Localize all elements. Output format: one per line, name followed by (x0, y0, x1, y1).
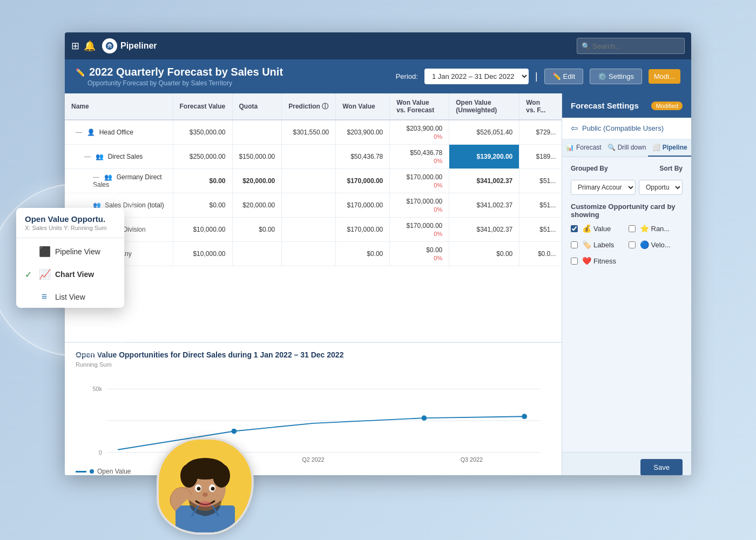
search-bar[interactable]: 🔍 (577, 38, 685, 54)
cell-open-unweighted: $526,051.40 (449, 120, 519, 145)
table-header-row: Name Forecast Value Quota Prediction ⓘ W… (65, 93, 562, 120)
sidebar-tab-drilldown[interactable]: 🔍 Drill down (605, 139, 649, 157)
expand-icon[interactable]: — (84, 153, 91, 160)
svg-text:50k: 50k (93, 386, 103, 392)
legend-dot (90, 469, 94, 474)
cell-forecast: $10,000.00 (173, 218, 232, 242)
chart-svg: 50k 0 Q2 2022 Q3 2022 (76, 377, 551, 464)
expand-icon[interactable]: — (93, 173, 99, 181)
data-table: Name Forecast Value Quota Prediction ⓘ W… (65, 93, 562, 266)
checkbox-rank: ⭐ Ran... (629, 224, 683, 233)
forecast-tab-icon: 📊 (566, 144, 574, 151)
sidebar-tabs: 📊 Forecast 🔍 Drill down ⬜ Pipeline (562, 139, 691, 157)
cell-open-unweighted: $0.00 (449, 242, 519, 266)
right-sidebar: Forecast Settings Modified ⇦ Public (Com… (562, 93, 691, 475)
checkbox-labels-input[interactable] (571, 241, 578, 248)
cell-open-unweighted: $341,002.37 (449, 218, 519, 242)
cell-quota (232, 242, 282, 266)
cell-quota: $20,000.00 (232, 193, 282, 218)
cell-forecast: $0.00 (173, 193, 232, 218)
cell-open-unweighted-highlight: $139,200.00 (449, 145, 519, 169)
dropdown-item-pipeline[interactable]: ⬛ Pipeline View (16, 240, 124, 263)
top-bar-icons: ⊞ 🔔 (71, 40, 96, 52)
col-header-prediction: Prediction ⓘ (282, 93, 336, 120)
cell-won-f: $729... (519, 120, 562, 145)
checkbox-labels-label: 🏷️ Labels (582, 240, 614, 249)
settings-button[interactable]: ⚙️ Settings (590, 69, 642, 84)
save-button[interactable]: Save (640, 459, 683, 475)
svg-point-6 (231, 429, 237, 434)
person-avatar-container (157, 437, 265, 540)
checkbox-value: 💰 Value (571, 224, 625, 233)
cell-open-unweighted: $341,002.37 (449, 169, 519, 193)
drilldown-tab-icon: 🔍 (608, 144, 616, 151)
page-subtitle: Opportunity Forecast by Quarter by Sales… (87, 79, 283, 87)
view-dropdown-popup: Open Value Opportu. X: Sales Units Y: Ru… (16, 208, 124, 308)
cell-won-f: $0.0... (519, 242, 562, 266)
table-row: — 👥 Direct Sales $250,000.00 $150,000.00… (65, 145, 562, 169)
svg-point-22 (211, 487, 215, 491)
bell-icon[interactable]: 🔔 (84, 40, 96, 52)
modified-button[interactable]: Modi... (649, 69, 680, 84)
cell-forecast: $250,000.00 (173, 145, 232, 169)
sidebar-tab-forecast[interactable]: 📊 Forecast (562, 139, 605, 157)
checkbox-velocity: 🔵 Velo... (629, 240, 683, 249)
table-row: 👥 Sales Division $10,000.00 $0.00 $170,0… (65, 218, 562, 242)
cell-prediction (282, 218, 336, 242)
svg-point-8 (522, 414, 527, 419)
cell-prediction: $301,550.00 (282, 120, 336, 145)
expand-icon[interactable]: — (76, 129, 82, 136)
grid-icon[interactable]: ⊞ (71, 40, 79, 52)
checkbox-fitness: ❤️ Fitness (571, 256, 625, 265)
edit-button[interactable]: ✏️ Edit (544, 69, 583, 84)
cell-prediction (282, 145, 336, 169)
grouped-by-dropdown[interactable]: Primary Account (571, 180, 636, 195)
separator-icon: | (535, 71, 538, 82)
table-row: — 👥 Germany Direct Sales $0.00 $20,000.0… (65, 169, 562, 193)
cell-prediction (282, 193, 336, 218)
cell-open-unweighted: $341,002.37 (449, 193, 519, 218)
dropdown-item-list[interactable]: ≡ List View (16, 286, 124, 308)
dropdown-divider (16, 238, 124, 238)
grouped-sort-controls: Primary Account Opportuni... (571, 180, 683, 195)
page-title-area: ✏️ 2022 Quarterly Forecast by Sales Unit… (76, 66, 283, 87)
table-row: — 👤 Head Office $350,000.00 $301,550.00 … (65, 120, 562, 145)
dropdown-list-label: List View (55, 293, 85, 301)
col-header-won-vs: Won Valuevs. Forecast (390, 93, 449, 120)
avatar-bubble (157, 437, 254, 535)
grouped-by-label: Grouped By (571, 165, 608, 172)
checkbox-value-input[interactable] (571, 225, 578, 232)
svg-point-21 (197, 487, 201, 491)
sort-by-label: Sort By (659, 165, 683, 172)
page-title-row: ✏️ 2022 Quarterly Forecast by Sales Unit (76, 66, 283, 78)
title-edit-icon: ✏️ (76, 68, 85, 77)
checkbox-fitness-input[interactable] (571, 258, 578, 265)
dropdown-item-chart[interactable]: ✓ 📈 Chart View (16, 263, 124, 286)
svg-text:Q3 2022: Q3 2022 (461, 456, 483, 463)
outer-wrapper: ⊞ 🔔 Pipeliner 🔍 (0, 0, 756, 540)
cell-won-vs: $203,900.00 0% (390, 120, 449, 145)
sort-by-dropdown[interactable]: Opportuni... (639, 180, 683, 195)
cell-won-vs: $170,000.00 0% (390, 218, 449, 242)
sidebar-tab-pipeline[interactable]: ⬜ Pipeline (648, 139, 691, 157)
modified-badge: Modified (651, 102, 683, 110)
cell-won-f: $51... (519, 218, 562, 242)
cell-prediction (282, 169, 336, 193)
chart-main-title: Open Value Opportunities for Direct Sale… (76, 350, 551, 359)
public-text: Public (Compatible Users) (582, 124, 664, 132)
cell-quota: $0.00 (232, 218, 282, 242)
edit-icon: ✏️ (552, 72, 561, 80)
period-dropdown[interactable]: 1 Jan 2022 – 31 Dec 2022 (424, 69, 529, 84)
sidebar-public-row: ⇦ Public (Compatible Users) (562, 118, 691, 139)
value-icon: 💰 (582, 224, 591, 233)
cell-won-vs: $170,000.00 0% (390, 169, 449, 193)
search-input[interactable] (592, 42, 679, 50)
customize-header: Customize Opportunity card by showing (571, 202, 683, 219)
logo-icon (102, 38, 117, 53)
checkbox-rank-input[interactable] (629, 225, 636, 232)
col-header-name: Name (65, 93, 173, 120)
cell-prediction (282, 242, 336, 266)
sidebar-body: Grouped By Sort By Primary Account Oppor… (562, 157, 691, 452)
logo-area: Pipeliner (102, 38, 570, 53)
checkbox-velocity-input[interactable] (629, 241, 636, 248)
